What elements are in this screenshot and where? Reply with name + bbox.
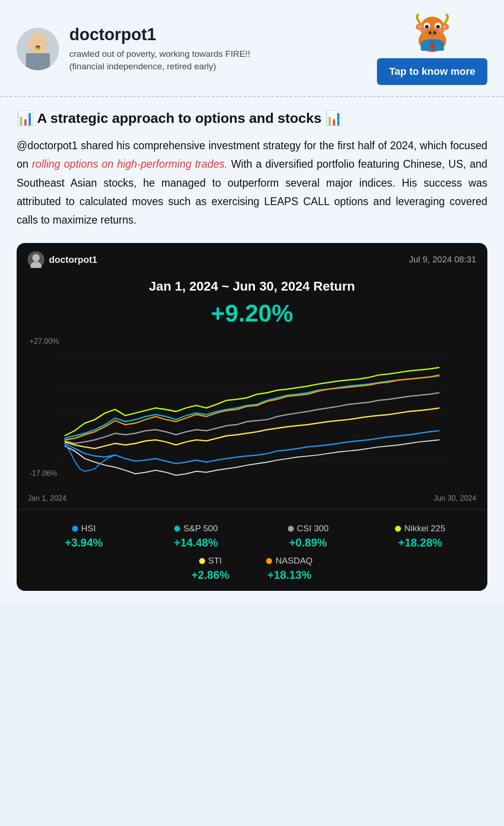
hsi-value: +3.94% [65,536,103,549]
legend-item-sti: STI +2.86% [191,556,229,582]
svg-point-14 [419,28,427,33]
svg-point-1 [28,33,48,55]
chart-user: doctorpot1 [28,251,97,268]
csi300-value: +0.89% [289,536,327,549]
chart-y-top-label: +27.00% [30,337,59,346]
sti-value: +2.86% [191,569,229,582]
legend-row2: STI +2.86% NASDAQ +18.13% [28,556,476,591]
sti-dot-icon [199,558,205,564]
legend-item-sp500: S&P 500 +14.48% [140,517,252,556]
highlight-text: rolling options on high-performing trade… [32,158,227,170]
nikkei-value: +18.28% [398,536,442,549]
legend-item-nikkei: Nikkei 225 +18.28% [364,517,476,556]
nasdaq-dot-icon [266,558,272,564]
chart-svg [26,334,478,492]
chart-x-right: Jun 30, 2024 [433,494,476,503]
svg-rect-2 [26,53,50,70]
chart-return-value: +9.20% [17,297,487,334]
svg-point-9 [443,25,447,29]
article-title: 📊 A strategic approach to options and st… [17,110,487,126]
chart-header: doctorpot1 Jul 9, 2024 08:31 [17,243,487,273]
nasdaq-value: +18.13% [267,569,311,582]
chart-username: doctorpot1 [49,255,97,265]
bull-mascot-icon [407,13,458,55]
username: doctorpot1 [69,25,250,44]
hsi-dot-icon [72,526,78,532]
chart-x-labels: Jan 1, 2024 Jun 30, 2024 [17,492,487,509]
svg-point-13 [436,25,440,29]
chart-title: Jan 1, 2024 ~ Jun 30, 2024 Return [17,273,487,297]
sp500-value: +14.48% [174,536,218,549]
svg-text:👨: 👨 [35,45,41,51]
profile-header: 👨 doctorpot1 crawled out of poverty, wor… [0,0,504,97]
sp500-dot-icon [174,526,180,532]
header-right: Tap to know more [377,13,487,85]
profile-info: doctorpot1 crawled out of poverty, worki… [69,25,250,73]
nikkei-dot-icon [395,526,401,532]
chart-user-avatar [28,251,44,268]
chart-y-bottom-label: -17.06% [30,469,57,478]
chart-card: doctorpot1 Jul 9, 2024 08:31 Jan 1, 2024… [17,243,487,591]
svg-point-15 [438,28,445,33]
svg-point-12 [425,25,429,29]
tap-to-know-more-button[interactable]: Tap to know more [377,58,487,85]
avatar: 👨 [17,28,59,70]
svg-point-17 [429,31,431,34]
legend-item-csi300: CSI 300 +0.89% [252,517,364,556]
csi300-dot-icon [288,526,294,532]
chart-x-left: Jan 1, 2024 [28,494,67,503]
svg-point-18 [433,31,436,34]
chart-date: Jul 9, 2024 08:31 [409,255,476,265]
svg-point-8 [418,25,422,29]
article-body: @doctorpot1 shared his comprehensive inv… [17,136,487,229]
chart-legend: HSI +3.94% S&P 500 +14.48% CSI 300 +0.89… [17,509,487,591]
article-content: 📊 A strategic approach to options and st… [0,97,504,229]
profile-left: 👨 doctorpot1 crawled out of poverty, wor… [17,25,250,73]
legend-item-hsi: HSI +3.94% [28,517,140,556]
svg-point-22 [32,254,40,261]
chart-area: +27.00% -17.06% [17,334,487,492]
bio: crawled out of poverty, working towards … [69,48,250,73]
legend-item-nasdaq: NASDAQ +18.13% [266,556,312,582]
